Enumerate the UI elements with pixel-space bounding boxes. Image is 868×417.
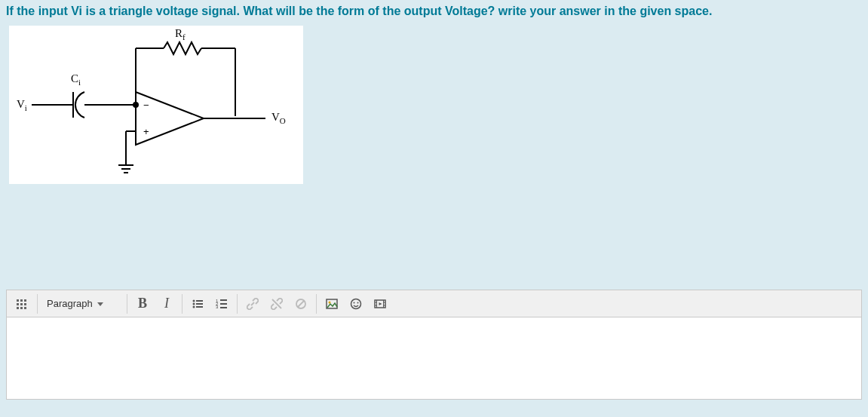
bold-icon: B <box>138 296 147 311</box>
media-button[interactable] <box>369 293 391 314</box>
svg-rect-36 <box>220 303 227 305</box>
svg-rect-21 <box>20 303 23 305</box>
svg-point-29 <box>193 302 195 305</box>
svg-rect-23 <box>17 307 19 309</box>
grid-icon <box>16 298 28 310</box>
svg-rect-22 <box>24 303 26 305</box>
nolink-icon <box>295 298 307 310</box>
toggle-toolbar-button[interactable] <box>11 293 33 314</box>
link-button[interactable] <box>241 293 264 314</box>
label-vi: Vi <box>17 98 27 112</box>
svg-point-46 <box>357 302 359 303</box>
image-button[interactable] <box>321 293 343 314</box>
svg-marker-26 <box>97 302 103 306</box>
unlink-icon <box>271 298 283 310</box>
number-list-button[interactable]: 123 <box>210 293 233 314</box>
svg-rect-34 <box>220 299 227 301</box>
svg-rect-25 <box>24 307 26 309</box>
bold-button[interactable]: B <box>131 293 154 314</box>
unlink-button[interactable] <box>265 293 288 314</box>
svg-text:−: − <box>143 100 149 111</box>
svg-rect-38 <box>220 307 227 308</box>
svg-rect-17 <box>17 299 19 302</box>
link-icon <box>247 298 259 310</box>
svg-rect-20 <box>17 303 19 305</box>
svg-point-27 <box>193 299 195 302</box>
italic-button[interactable]: I <box>155 293 178 314</box>
svg-text:3: 3 <box>216 305 219 309</box>
svg-point-44 <box>351 299 361 308</box>
number-list-icon: 123 <box>216 298 228 310</box>
label-vo: VO <box>271 111 286 125</box>
svg-rect-19 <box>24 299 26 302</box>
italic-icon: I <box>164 296 169 311</box>
bullet-list-button[interactable] <box>186 293 209 314</box>
svg-text:+: + <box>143 126 149 137</box>
svg-marker-50 <box>379 302 382 305</box>
editor-area: Paragraph B I 123 <box>6 290 862 400</box>
bullet-list-icon <box>192 298 204 310</box>
format-label: Paragraph <box>47 298 93 309</box>
svg-line-41 <box>298 301 304 307</box>
emoji-icon <box>350 298 362 310</box>
svg-point-45 <box>354 302 355 303</box>
svg-rect-18 <box>20 299 23 302</box>
image-icon <box>326 298 338 310</box>
svg-rect-32 <box>196 306 203 308</box>
question-prompt: If the input Vi is a triangle voltage si… <box>6 5 862 18</box>
emoji-button[interactable] <box>345 293 367 314</box>
nolink-button[interactable] <box>290 293 312 314</box>
svg-rect-28 <box>196 300 203 302</box>
media-icon <box>374 298 386 310</box>
svg-point-31 <box>193 305 195 308</box>
editor-toolbar: Paragraph B I 123 <box>6 290 862 317</box>
label-ci: Ci <box>71 72 81 87</box>
svg-rect-30 <box>196 303 203 305</box>
circuit-diagram: − + Rf Ci Vi VO <box>9 26 303 184</box>
label-rf: Rf <box>175 27 186 41</box>
answer-editor[interactable] <box>6 317 862 400</box>
chevron-down-icon <box>97 301 103 307</box>
format-paragraph-select[interactable]: Paragraph <box>41 293 124 314</box>
svg-rect-24 <box>20 307 23 309</box>
